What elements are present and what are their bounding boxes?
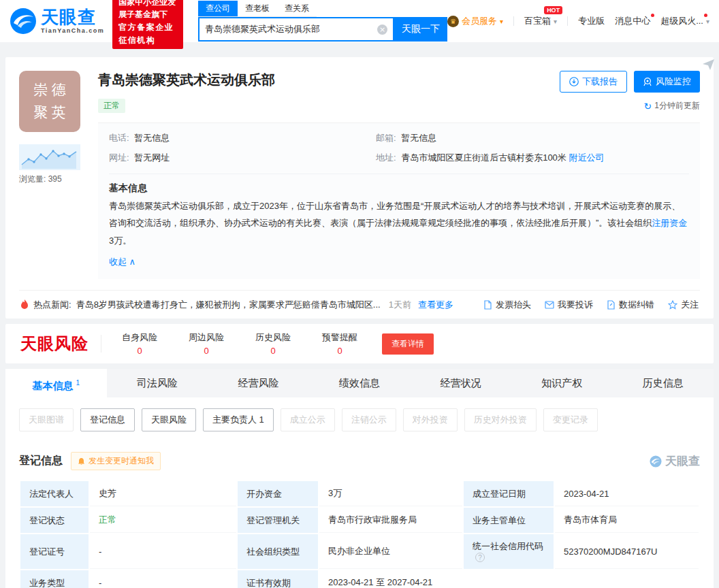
last-updated[interactable]: ↻ 1分钟前更新 — [644, 100, 700, 112]
star-icon — [668, 300, 677, 310]
table-row: 登记证号 - 社会组织类型 民办非企业单位 统一社会信用代码? 52370200… — [20, 534, 699, 569]
company-name: 青岛崇德聚英武术运动俱乐部 — [98, 71, 275, 89]
crown-icon: ♛ — [447, 16, 459, 27]
brand-domain: TianYanCha.com — [41, 27, 104, 34]
collapse-link[interactable]: 收起 ∧ — [109, 256, 135, 268]
chevron-down-icon: ▾ — [706, 18, 709, 25]
search-button[interactable]: 天眼一下 — [394, 17, 447, 42]
address-row: 地址: 青岛市城阳区夏庄街道后古镇村委东100米 附近公司 — [376, 152, 689, 164]
news-headline[interactable]: 青岛8岁男孩武校遭毒打身亡，嫌犯被刑拘，家属要求严惩赔偿青岛市城阳区... — [76, 299, 381, 311]
views-count: 浏览量: 395 — [19, 174, 80, 185]
table-row: 法定代表人 史芳 开办资金 3万 成立登记日期 2023-04-21 — [20, 481, 699, 506]
tab-operational-risk[interactable]: 经营风险 — [208, 369, 309, 397]
clear-search-icon[interactable]: × — [377, 24, 387, 35]
table-cell-value: - — [90, 534, 236, 569]
follow-button[interactable]: 关注 — [668, 299, 699, 311]
table-cell-label: 社会组织类型 — [238, 534, 318, 569]
table-cell-value: 52370200MJD847167U — [555, 534, 699, 569]
complaint-button[interactable]: 我要投诉 — [545, 299, 593, 311]
brand-name: 天眼查 — [41, 8, 104, 26]
basic-info-text: 青岛崇德聚英武术运动俱乐部，成立于2023年，位于山东省青岛市，业务范围是“开展… — [109, 197, 689, 249]
tab-basic-info[interactable]: 基本信息 1 — [5, 369, 107, 397]
chip-cancellation-notice: 注销公示 — [342, 408, 396, 431]
view-details-button[interactable]: 查看详情 — [382, 333, 434, 355]
divider — [101, 335, 101, 353]
search-input[interactable] — [205, 24, 377, 35]
sub-section-chips: 天眼图谱 登记信息 天眼风险 主要负责人 1 成立公示 注销公示 对外投资 历史… — [19, 408, 700, 431]
tianyancha-swirl-icon — [10, 7, 37, 35]
table-cell-value: 青岛市行政审批服务局 — [319, 508, 462, 533]
table-row: 业务类型 - 证书有效期 2023-04-21 至 2027-04-21 — [20, 570, 699, 588]
risk-item-surrounding[interactable]: 周边风险 0 — [189, 331, 224, 356]
table-cell-label: 业务主管单位 — [464, 508, 554, 533]
search-tab-company[interactable]: 查公司 — [198, 1, 238, 16]
search-tab-relation[interactable]: 查关系 — [277, 1, 317, 16]
search-area: 查公司 查老板 查关系 × 天眼一下 — [198, 1, 447, 42]
invoice-title-button[interactable]: 发票抬头 — [483, 299, 531, 311]
chip-principal[interactable]: 主要负责人 1 — [203, 408, 274, 431]
tianyan-risk-card: 天眼风险 自身风险 0 周边风险 0 历史风险 0 预警提醒 0 查看详情 — [5, 324, 714, 363]
chevron-down-icon: ▾ — [554, 18, 557, 25]
chip-historical-investment: 历史对外投资 — [464, 408, 537, 431]
cursor-decoration-icon — [701, 59, 715, 71]
status-badge: 正常 — [98, 99, 125, 113]
risk-item-self[interactable]: 自身风险 0 — [122, 331, 157, 356]
nav-message-center[interactable]: 消息中心 — [615, 15, 650, 27]
chip-registration-info[interactable]: 登记信息 — [80, 408, 135, 431]
divider — [513, 16, 514, 26]
table-cell-label: 登记管理机关 — [238, 508, 318, 533]
nav-super-tool[interactable]: 超级风火... ▾ — [660, 15, 709, 27]
table-cell-label: 业务类型 — [20, 570, 89, 588]
table-cell-label: 成立登记日期 — [464, 481, 554, 506]
email-row: 邮箱: 暂无信息 — [376, 132, 689, 144]
monitor-icon — [643, 77, 652, 86]
search-input-wrap: × — [198, 17, 394, 42]
nav-pro-version[interactable]: 专业版 — [578, 15, 605, 27]
tianyancha-swirl-icon — [650, 455, 662, 468]
risk-monitor-button[interactable]: 风险监控 — [634, 71, 700, 93]
nav-toolbox[interactable]: HOT 百宝箱 ▾ — [524, 15, 557, 27]
chip-outbound-investment: 对外投资 — [403, 408, 458, 431]
table-cell-label: 登记状态 — [20, 508, 89, 533]
detail-card: 基本信息 1 司法风险 经营风险 绩效信息 经营状况 知识产权 历史信息 天眼图… — [5, 369, 714, 588]
nearby-companies-link[interactable]: 附近公司 — [569, 152, 604, 163]
table-cell-value: 2023-04-21 至 2027-04-21 — [319, 570, 699, 588]
see-more-link[interactable]: 查看更多 — [418, 299, 453, 311]
chip-tianyan-graph: 天眼图谱 — [19, 408, 74, 431]
tab-history-info[interactable]: 历史信息 — [612, 369, 714, 397]
refresh-icon: ↻ — [644, 101, 652, 112]
risk-item-history[interactable]: 历史风险 0 — [255, 331, 291, 356]
notify-on-change-button[interactable]: 发生变更时通知我 — [71, 452, 161, 470]
chip-tianyan-risk[interactable]: 天眼风险 — [142, 408, 196, 431]
views-sparkline — [19, 144, 80, 170]
table-cell-value: 青岛市体育局 — [555, 508, 699, 533]
bell-icon — [78, 457, 85, 466]
table-cell-value: 史芳 — [90, 481, 236, 506]
table-cell-label: 开办资金 — [238, 481, 318, 506]
table-cell-value: - — [90, 570, 236, 588]
top-bar: 天眼查 TianYanCha.com 国家中小企业发展子基金旗下 官方备案企业征… — [0, 0, 719, 42]
data-correction-button[interactable]: 数据纠错 — [607, 299, 654, 311]
search-tab-boss[interactable]: 查老板 — [238, 1, 277, 16]
hot-news-bar: 热点新闻: 青岛8岁男孩武校遭毒打身亡，嫌犯被刑拘，家属要求严惩赔偿青岛市城阳区… — [19, 290, 700, 318]
download-report-button[interactable]: 下载报告 — [560, 71, 627, 93]
help-icon[interactable]: ? — [475, 553, 485, 562]
risk-item-warning[interactable]: 预警提醒 0 — [322, 331, 357, 356]
gov-certification-badge: 国家中小企业发展子基金旗下 官方备案企业征信机构 — [112, 0, 183, 49]
registered-capital-link[interactable]: 注册资金 — [652, 218, 687, 228]
flame-icon — [20, 299, 29, 310]
tab-intellectual-property[interactable]: 知识产权 — [511, 369, 613, 397]
tianyan-risk-logo: 天眼风险 — [20, 333, 89, 355]
tab-business-status[interactable]: 经营状况 — [410, 369, 511, 397]
divider — [109, 174, 689, 174]
tianyancha-logo[interactable]: 天眼查 TianYanCha.com — [10, 7, 104, 35]
table-cell-value: 正常 — [90, 508, 236, 533]
website-row: 网址: 暂无网址 — [109, 152, 376, 164]
hot-badge: HOT — [544, 6, 562, 14]
chip-establishment-notice: 成立公示 — [281, 408, 335, 431]
tab-performance-info[interactable]: 绩效信息 — [309, 369, 411, 397]
tab-judicial-risk[interactable]: 司法风险 — [107, 369, 208, 397]
news-time: 1天前 — [389, 299, 411, 311]
nav-vip-services[interactable]: ♛ 会员服务 ▾ — [447, 15, 503, 27]
table-cell-value: 3万 — [319, 481, 462, 506]
